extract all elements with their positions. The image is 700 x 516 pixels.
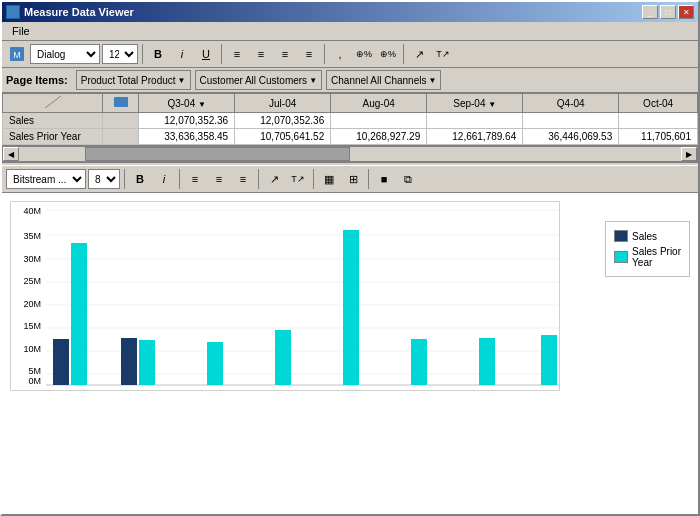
title-bar: Measure Data Viewer _ □ ✕ (2, 2, 698, 22)
product-value: Total Product (117, 75, 175, 86)
legend-prior: Sales Prior Year (614, 246, 681, 268)
cell-sales-aug (331, 113, 427, 129)
table-row: Sales 12,070,352.36 12,070,352.36 (3, 113, 698, 129)
chart-arrow-btn[interactable]: ↗ (263, 168, 285, 190)
font-select[interactable]: Dialog (30, 44, 100, 64)
col-header-q3[interactable]: Q3-04 ▼ (139, 94, 235, 113)
col-header-empty (3, 94, 103, 113)
font-size-select[interactable]: 12 (102, 44, 138, 64)
customer-arrow: ▼ (309, 76, 317, 85)
row-label-prior: Sales Prior Year (3, 129, 103, 145)
customer-selector[interactable]: Customer All Customers ▼ (195, 70, 323, 90)
chart-font-select[interactable]: Bitstream ... (6, 169, 86, 189)
cell-prior-q3: 33,636,358.45 (139, 129, 235, 145)
y-label-35m: 35M (23, 231, 41, 241)
align-left-button[interactable]: ≡ (226, 43, 248, 65)
legend-prior-label: Sales Prior Year (632, 246, 681, 268)
toolbar-sep-3 (324, 44, 325, 64)
col-header-q4[interactable]: Q4-04 (523, 94, 619, 113)
scroll-left-button[interactable]: ◀ (3, 147, 19, 161)
col-header-oct[interactable]: Oct-04 (619, 94, 698, 113)
cell-sales-oct (619, 113, 698, 129)
scroll-right-button[interactable]: ▶ (681, 147, 697, 161)
chart-area: 40M 35M 30M 25M 20M 15M 10M 5M 0M (2, 193, 698, 514)
chart-bar-icon[interactable]: ▦ (318, 168, 340, 190)
comma-button[interactable]: , (329, 43, 351, 65)
underline-button[interactable]: U (195, 43, 217, 65)
col-header-sep[interactable]: Sep-04 ▼ (427, 94, 523, 113)
chart-color-btn[interactable]: ■ (373, 168, 395, 190)
title-bar-left: Measure Data Viewer (6, 5, 134, 19)
toolbar-sep-2 (221, 44, 222, 64)
bar-sales-jul (121, 338, 137, 385)
arrow-btn-2[interactable]: T↗ (432, 43, 454, 65)
chart-wrapper: 40M 35M 30M 25M 20M 15M 10M 5M 0M (10, 201, 690, 506)
cell-sales-sep (427, 113, 523, 129)
cell-sales-jul: 12,070,352.36 (235, 113, 331, 129)
x-label-nov: Nov-04 (460, 388, 486, 391)
toolbar-sep-1 (142, 44, 143, 64)
product-arrow: ▼ (178, 76, 186, 85)
channel-selector[interactable]: Channel All Channels ▼ (326, 70, 441, 90)
table-row: Sales Prior Year 33,636,358.45 10,705,64… (3, 129, 698, 145)
cell-empty (103, 113, 139, 129)
grid-header-row: Q3-04 ▼ Jul-04 Aug-04 Sep-04 ▼ Q4-04 Oct… (3, 94, 698, 113)
justify-button[interactable]: ≡ (298, 43, 320, 65)
cell-prior-aug: 10,268,927.29 (331, 129, 427, 145)
legend-sales-color (614, 230, 628, 242)
maximize-button[interactable]: □ (660, 5, 676, 19)
page-items-bar: Page Items: Product Total Product ▼ Cust… (2, 68, 698, 93)
cell-sales-q3: 12,070,352.36 (139, 113, 235, 129)
y-label-30m: 30M (23, 254, 41, 264)
product-selector[interactable]: Product Total Product ▼ (76, 70, 191, 90)
minimize-button[interactable]: _ (642, 5, 658, 19)
col-header-aug[interactable]: Aug-04 (331, 94, 427, 113)
chart-toolbar: Bitstream ... 8 B i ≡ ≡ ≡ ↗ T↗ ▦ ⊞ ■ ⧉ (2, 166, 698, 193)
cell-prior-sep: 12,661,789.64 (427, 129, 523, 145)
chart-align-right[interactable]: ≡ (232, 168, 254, 190)
main-window: Measure Data Viewer _ □ ✕ File M Dialog … (0, 0, 700, 516)
arrow-btn-1[interactable]: ↗ (408, 43, 430, 65)
bar-prior-jul (139, 340, 155, 385)
legend-prior-color (614, 251, 628, 263)
channel-label: Channel (331, 75, 368, 86)
chart-align-center[interactable]: ≡ (208, 168, 230, 190)
chart-sep-2 (179, 169, 180, 189)
y-label-15m: 15M (23, 321, 41, 331)
legend-sales: Sales (614, 230, 681, 242)
chart-align-left[interactable]: ≡ (184, 168, 206, 190)
y-label-40m: 40M (23, 206, 41, 216)
chart-bold-button[interactable]: B (129, 168, 151, 190)
bar-prior-aug (207, 342, 223, 385)
toolbar-sep-4 (403, 44, 404, 64)
y-label-0m: 0M (28, 376, 41, 386)
toolbar-icon-btn[interactable]: M (6, 43, 28, 65)
col-header-jul[interactable]: Jul-04 (235, 94, 331, 113)
scrollbar-track[interactable] (19, 147, 681, 161)
bold-button[interactable]: B (147, 43, 169, 65)
x-label-jul: Jul-04 (122, 388, 144, 391)
bar-prior-q3 (71, 243, 87, 385)
cell-prior-q4: 36,446,069.53 (523, 129, 619, 145)
chart-size-select[interactable]: 8 (88, 169, 120, 189)
x-label-sep: Sep-04 (256, 388, 282, 391)
x-label-oct: Oct-04 (393, 388, 418, 391)
chart-text-btn[interactable]: T↗ (287, 168, 309, 190)
chart-copy-btn[interactable]: ⧉ (397, 168, 419, 190)
menu-file[interactable]: File (6, 24, 36, 38)
chart-grid-icon[interactable]: ⊞ (342, 168, 364, 190)
bar-sales-q3 (53, 339, 69, 385)
close-button[interactable]: ✕ (678, 5, 694, 19)
chart-italic-button[interactable]: i (153, 168, 175, 190)
italic-button[interactable]: i (171, 43, 193, 65)
row-label-sales: Sales (3, 113, 103, 129)
percent-btn-2[interactable]: ⊕% (377, 43, 399, 65)
percent-btn-1[interactable]: ⊕% (353, 43, 375, 65)
x-label-q4: Q4-04 (326, 388, 349, 391)
legend-sales-label: Sales (632, 231, 657, 242)
y-label-20m: 20M (23, 299, 41, 309)
align-right-button[interactable]: ≡ (274, 43, 296, 65)
align-center-button[interactable]: ≡ (250, 43, 272, 65)
scrollbar-thumb[interactable] (85, 147, 350, 161)
horizontal-scrollbar[interactable]: ◀ ▶ (2, 146, 698, 162)
